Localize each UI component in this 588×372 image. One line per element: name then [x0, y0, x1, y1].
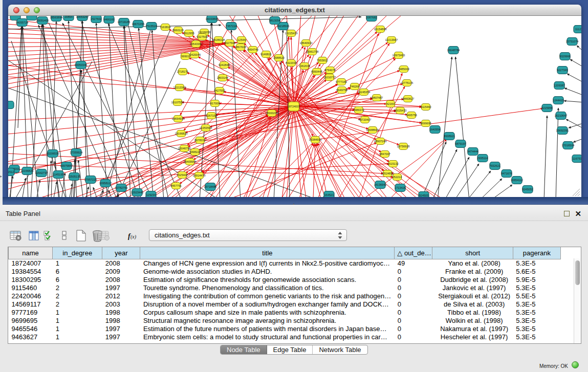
- svg-text:18640910: 18640910: [300, 41, 313, 45]
- svg-text:3912955: 3912955: [183, 32, 194, 35]
- svg-text:15718485: 15718485: [204, 185, 217, 188]
- svg-text:1145195: 1145195: [53, 173, 63, 176]
- svg-text:19654935: 19654935: [172, 117, 185, 120]
- svg-text:19218506: 19218506: [277, 25, 290, 28]
- svg-text:10025433: 10025433: [394, 109, 407, 112]
- svg-text:20894: 20894: [64, 16, 73, 18]
- svg-text:15384554: 15384554: [309, 138, 322, 141]
- svg-text:8322037: 8322037: [286, 61, 297, 64]
- svg-text:18907249: 18907249: [374, 140, 387, 143]
- svg-text:18186328: 18186328: [212, 38, 225, 41]
- svg-text:12156829: 12156829: [21, 169, 34, 172]
- svg-text:17016504: 17016504: [562, 144, 575, 147]
- svg-text:10973493: 10973493: [393, 54, 405, 57]
- svg-text:1209387: 1209387: [554, 84, 565, 87]
- svg-text:10958117: 10958117: [99, 182, 112, 185]
- svg-text:7986372: 7986372: [353, 108, 364, 112]
- svg-text:15751074: 15751074: [566, 40, 579, 43]
- svg-text:10688609: 10688609: [366, 128, 379, 132]
- svg-text:12942737: 12942737: [35, 171, 48, 174]
- svg-text:7163822: 7163822: [160, 26, 171, 29]
- svg-text:19975887: 19975887: [60, 164, 73, 167]
- svg-text:18463627: 18463627: [402, 97, 415, 100]
- svg-text:18724007: 18724007: [288, 105, 300, 108]
- svg-text:7357224: 7357224: [226, 25, 237, 28]
- svg-text:62160: 62160: [386, 102, 395, 105]
- svg-text:11123: 11123: [575, 28, 581, 31]
- svg-text:8938921: 8938921: [444, 135, 455, 138]
- svg-text:164521: 164521: [324, 193, 334, 196]
- svg-text:22420046: 22420046: [188, 53, 201, 56]
- svg-text:11353594: 11353594: [200, 126, 212, 129]
- svg-text:10782759: 10782759: [115, 186, 128, 189]
- svg-text:19756928: 19756928: [397, 145, 410, 148]
- svg-text:9327503: 9327503: [197, 35, 208, 38]
- svg-text:8678332: 8678332: [194, 139, 206, 142]
- svg-text:7625402: 7625402: [177, 173, 188, 177]
- svg-text:8813054: 8813054: [269, 19, 280, 22]
- svg-text:9457791: 9457791: [170, 184, 182, 187]
- svg-text:9146821: 9146821: [260, 53, 272, 56]
- svg-text:1640954: 1640954: [429, 128, 441, 131]
- svg-text:6879197: 6879197: [455, 142, 466, 145]
- svg-text:19166825: 19166825: [175, 132, 188, 135]
- svg-text:16245354: 16245354: [358, 91, 371, 94]
- svg-text:1527602: 1527602: [91, 17, 102, 20]
- svg-text:12505135: 12505135: [68, 175, 81, 178]
- svg-text:1362635: 1362635: [299, 64, 310, 68]
- svg-text:9699695: 9699695: [420, 122, 431, 125]
- svg-text:10653267: 10653267: [76, 16, 89, 18]
- svg-text:9242848: 9242848: [219, 63, 230, 67]
- svg-text:17957225: 17957225: [84, 178, 97, 181]
- svg-text:7932621: 7932621: [489, 164, 500, 167]
- svg-text:9329966: 9329966: [559, 55, 571, 58]
- svg-text:12923445: 12923445: [131, 191, 144, 194]
- svg-text:16648784: 16648784: [447, 49, 460, 52]
- svg-text:16033809: 16033809: [206, 17, 219, 20]
- svg-text:13524851: 13524851: [381, 172, 394, 175]
- svg-text:16107553: 16107553: [171, 101, 184, 104]
- svg-text:2935114: 2935114: [477, 157, 488, 160]
- svg-text:10543362: 10543362: [190, 42, 203, 46]
- svg-text:8660123: 8660123: [172, 29, 184, 32]
- svg-text:8471676: 8471676: [501, 172, 512, 175]
- svg-text:391512: 391512: [8, 170, 14, 173]
- svg-text:116753: 116753: [573, 157, 581, 160]
- svg-text:20091406: 20091406: [36, 19, 49, 22]
- svg-text:16210737: 16210737: [323, 76, 336, 79]
- svg-text:16154808: 16154808: [374, 28, 387, 31]
- svg-text:18300295: 18300295: [266, 112, 278, 115]
- svg-text:12775135: 12775135: [401, 81, 413, 84]
- svg-text:746266: 746266: [350, 85, 360, 88]
- svg-text:1615132: 1615132: [387, 162, 399, 165]
- svg-text:3215958: 3215958: [541, 106, 553, 110]
- svg-text:1713426: 1713426: [395, 186, 406, 189]
- svg-text:9794074: 9794074: [324, 69, 336, 72]
- svg-text:7955812: 7955812: [317, 59, 328, 62]
- svg-text:12213363: 12213363: [173, 86, 186, 89]
- svg-text:9115460: 9115460: [420, 105, 431, 108]
- svg-text:10654112: 10654112: [511, 179, 523, 182]
- svg-text:8454749: 8454749: [247, 48, 258, 51]
- svg-text:(x): (x): [130, 234, 137, 240]
- svg-text:12213967: 12213967: [385, 38, 398, 41]
- svg-text:16914479: 16914479: [193, 174, 206, 177]
- svg-text:9327508: 9327508: [224, 41, 235, 45]
- svg-text:10807487: 10807487: [371, 96, 383, 99]
- svg-text:10719185: 10719185: [118, 20, 130, 24]
- svg-text:17359924: 17359924: [70, 151, 83, 154]
- svg-text:9847007: 9847007: [379, 152, 390, 156]
- svg-text:18563894: 18563894: [50, 16, 63, 19]
- svg-text:252214: 252214: [393, 176, 402, 179]
- svg-text:43720407: 43720407: [359, 118, 372, 121]
- svg-text:16409948: 16409948: [184, 160, 197, 163]
- svg-text:5495756: 5495756: [406, 114, 417, 117]
- svg-text:12546: 12546: [237, 38, 246, 41]
- svg-text:2867608: 2867608: [235, 46, 246, 49]
- svg-text:9245052: 9245052: [522, 188, 533, 191]
- svg-text:16210647: 16210647: [555, 114, 568, 117]
- svg-text:1244415: 1244415: [553, 99, 564, 102]
- svg-text:9227343: 9227343: [557, 69, 568, 72]
- svg-text:9777169: 9777169: [336, 80, 347, 83]
- svg-text:7515524: 7515524: [146, 25, 157, 28]
